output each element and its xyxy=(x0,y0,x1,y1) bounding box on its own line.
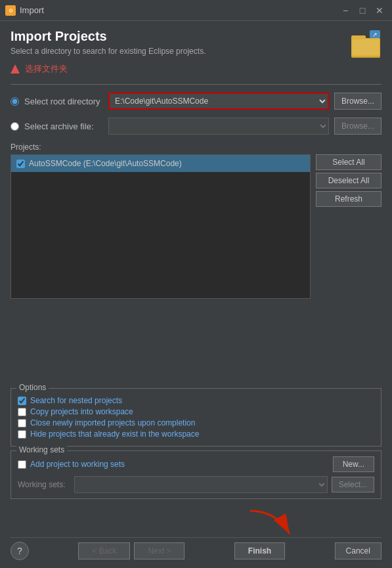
folder-icon: ↗ xyxy=(350,29,381,60)
bottom-bar: ? < Back Next > Finish Cancel xyxy=(11,537,381,560)
projects-label: Projects: xyxy=(11,142,381,152)
finish-arrow xyxy=(237,504,316,544)
titlebar-controls: − □ ✕ xyxy=(338,3,387,18)
header-area: Import Projects Select a directory to se… xyxy=(11,29,381,60)
select-working-set-button[interactable]: Select... xyxy=(332,477,374,492)
option-checkbox-2[interactable] xyxy=(18,419,26,427)
deselect-all-button[interactable]: Deselect All xyxy=(316,173,381,188)
list-item[interactable]: AutoSSMCode (E:\Code\git\AutoSSMCode) xyxy=(11,155,310,172)
working-sets-group: Working sets Add project to working sets… xyxy=(11,450,381,499)
arrow-area xyxy=(11,504,381,537)
option-item-2: Close newly imported projects upon compl… xyxy=(18,418,374,427)
root-directory-input-box: E:\Code\git\AutoSSMCode xyxy=(108,93,329,110)
minimize-button[interactable]: − xyxy=(338,3,353,18)
root-directory-select[interactable]: E:\Code\git\AutoSSMCode xyxy=(110,94,328,108)
svg-text:↗: ↗ xyxy=(372,32,378,38)
archive-file-radio[interactable] xyxy=(11,122,19,131)
project-item-label: AutoSSMCode (E:\Code\git\AutoSSMCode) xyxy=(29,159,182,168)
option-label-3: Hide projects that already exist in the … xyxy=(30,429,199,439)
archive-file-row: Select archive file: Browse... xyxy=(11,118,381,135)
option-item-1: Copy projects into workspace xyxy=(18,407,374,416)
close-button[interactable]: ✕ xyxy=(372,3,387,18)
finish-button[interactable]: Finish xyxy=(234,542,285,559)
archive-browse-button[interactable]: Browse... xyxy=(334,118,381,135)
project-checkbox[interactable] xyxy=(16,160,25,168)
header-left: Import Projects Select a directory to se… xyxy=(11,29,206,56)
root-directory-radio[interactable] xyxy=(11,97,19,106)
chinese-label-text: 选择文件夹 xyxy=(25,63,68,75)
page-title: Import Projects xyxy=(11,29,206,44)
add-to-working-sets-text: Add project to working sets xyxy=(30,460,125,469)
working-sets-row: Add project to working sets New... xyxy=(18,456,374,472)
svg-rect-5 xyxy=(353,39,379,55)
options-group-title: Options xyxy=(16,383,49,392)
next-button[interactable]: Next > xyxy=(134,542,185,559)
chinese-label: 选择文件夹 xyxy=(11,63,381,75)
titlebar-title: Import xyxy=(20,5,44,15)
maximize-button[interactable]: □ xyxy=(355,3,370,18)
root-browse-button[interactable]: Browse... xyxy=(334,93,381,110)
back-button[interactable]: < Back xyxy=(78,542,130,559)
option-item-0: Search for nested projects xyxy=(18,396,374,405)
option-label-1: Copy projects into workspace xyxy=(30,407,133,416)
projects-list: AutoSSMCode (E:\Code\git\AutoSSMCode) xyxy=(11,154,311,299)
help-button[interactable]: ? xyxy=(11,542,29,560)
app-icon: ⚙ xyxy=(5,5,16,16)
working-sets-label: Working sets: xyxy=(18,480,70,489)
page-subtitle: Select a directory to search for existin… xyxy=(11,47,206,56)
ws-add-project-label: Add project to working sets xyxy=(18,460,328,469)
titlebar: ⚙ Import − □ ✕ xyxy=(0,0,392,21)
root-directory-label[interactable]: Select root directory xyxy=(24,97,103,106)
option-label-0: Search for nested projects xyxy=(30,396,122,405)
titlebar-left: ⚙ Import xyxy=(5,5,44,16)
svg-text:⚙: ⚙ xyxy=(9,8,13,14)
dialog-body: Import Projects Select a directory to se… xyxy=(0,21,392,568)
option-checkbox-0[interactable] xyxy=(18,397,26,405)
refresh-button[interactable]: Refresh xyxy=(316,191,381,207)
cancel-button[interactable]: Cancel xyxy=(335,542,381,559)
options-group: Options Search for nested projects Copy … xyxy=(11,388,381,447)
archive-input-group xyxy=(108,118,329,135)
option-label-2: Close newly imported projects upon compl… xyxy=(30,418,195,427)
select-all-button[interactable]: Select All xyxy=(316,154,381,170)
root-directory-row: Select root directory E:\Code\git\AutoSS… xyxy=(11,93,381,110)
nav-buttons: < Back Next > xyxy=(78,542,185,559)
projects-area: AutoSSMCode (E:\Code\git\AutoSSMCode) Se… xyxy=(11,154,381,383)
option-checkbox-3[interactable] xyxy=(18,430,26,439)
working-sets-select[interactable] xyxy=(74,476,328,493)
projects-buttons: Select All Deselect All Refresh xyxy=(316,154,381,383)
archive-file-select[interactable] xyxy=(108,118,329,135)
separator xyxy=(11,84,381,85)
ws-input-row: Working sets: Select... xyxy=(18,476,374,493)
add-to-working-sets-checkbox[interactable] xyxy=(18,460,26,469)
new-working-set-button[interactable]: New... xyxy=(333,456,374,472)
working-sets-group-title: Working sets xyxy=(16,445,67,454)
archive-file-label[interactable]: Select archive file: xyxy=(24,121,103,131)
option-item-3: Hide projects that already exist in the … xyxy=(18,429,374,439)
option-checkbox-1[interactable] xyxy=(18,408,26,416)
